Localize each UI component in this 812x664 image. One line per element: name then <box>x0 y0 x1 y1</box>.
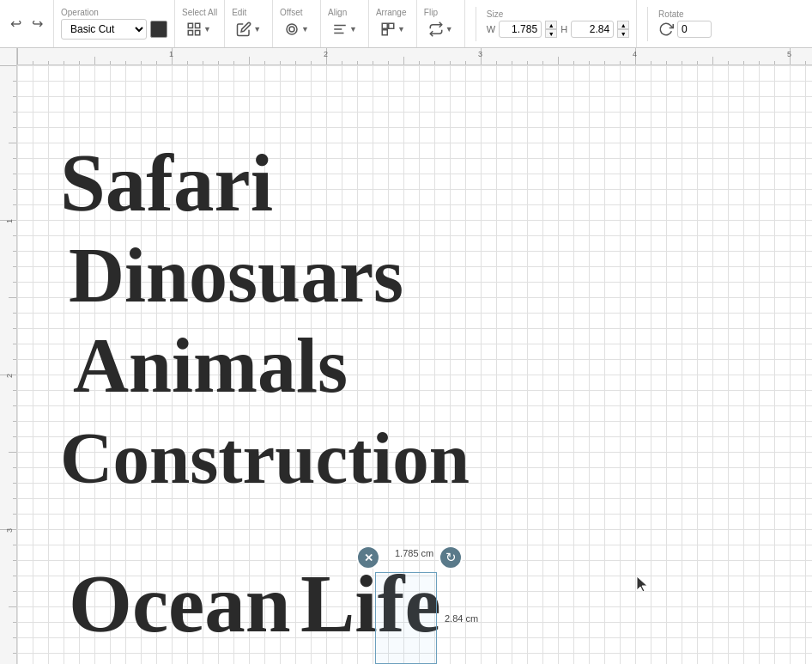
arrange-label: Arrange <box>376 8 407 17</box>
svg-rect-1 <box>196 23 200 27</box>
rotate-input[interactable] <box>677 21 712 38</box>
selection-width-label: 1.785 cm <box>395 548 433 558</box>
offset-button[interactable]: ▼ <box>280 19 313 40</box>
arrange-group: Arrange ▼ <box>376 0 417 47</box>
height-spinner[interactable]: ▲ ▼ <box>617 21 629 38</box>
offset-label: Offset <box>280 8 303 17</box>
rotate-handle-icon: ↻ <box>445 550 457 565</box>
svg-rect-0 <box>188 23 192 27</box>
width-down-button[interactable]: ▼ <box>545 29 557 38</box>
canvas-text-safari: Safari <box>60 143 273 224</box>
height-down-button[interactable]: ▼ <box>617 29 629 38</box>
ruler-top <box>0 48 812 65</box>
size-group: Size W ▲ ▼ H ▲ ▼ <box>487 0 637 47</box>
rotate-icon <box>658 21 674 37</box>
edit-group: Edit ▼ <box>232 0 273 47</box>
width-up-button[interactable]: ▲ <box>545 21 557 29</box>
edit-icon <box>236 21 251 37</box>
arrange-icon <box>380 21 396 37</box>
cursor-icon <box>635 575 649 594</box>
operation-label: Operation <box>61 8 99 17</box>
edit-label: Edit <box>232 8 246 17</box>
handle-close[interactable]: ✕ <box>356 545 380 570</box>
flip-label: Flip <box>424 8 438 17</box>
width-spinner[interactable]: ▲ ▼ <box>545 21 557 38</box>
select-all-button[interactable]: ▼ <box>182 19 215 40</box>
svg-rect-3 <box>196 31 200 35</box>
operation-select[interactable]: Basic Cut <box>61 19 147 40</box>
width-label: W <box>487 24 495 34</box>
svg-point-5 <box>289 27 294 32</box>
canvas-text-construction: Construction <box>60 422 470 495</box>
canvas-text-life: Life <box>300 563 441 645</box>
svg-rect-2 <box>188 31 192 35</box>
flip-icon <box>428 21 444 37</box>
svg-rect-9 <box>382 23 387 28</box>
select-all-icon <box>186 21 202 37</box>
divider2 <box>647 7 648 41</box>
height-label: H <box>561 24 567 34</box>
align-button[interactable]: ▼ <box>328 19 361 40</box>
align-group: Align ▼ <box>328 0 369 47</box>
undo-redo-group: ↩ ↪ <box>7 0 54 47</box>
arrange-button[interactable]: ▼ <box>376 19 409 40</box>
offset-icon <box>284 21 300 37</box>
selection-height-label: 2.84 cm <box>445 613 478 624</box>
ruler-left-canvas <box>0 65 17 664</box>
width-input[interactable] <box>499 21 542 38</box>
ruler-top-canvas <box>17 48 812 65</box>
svg-rect-10 <box>389 23 394 28</box>
svg-rect-11 <box>382 30 387 35</box>
select-all-label: Select All <box>182 8 217 17</box>
rotate-label: Rotate <box>658 9 683 19</box>
canvas-text-dinosaurs: Dinosuars <box>69 237 403 314</box>
svg-point-4 <box>287 24 297 34</box>
redo-button[interactable]: ↪ <box>28 12 46 35</box>
divider <box>476 7 476 41</box>
align-icon <box>332 21 348 37</box>
offset-group: Offset ▼ <box>280 0 321 47</box>
handle-rotate[interactable]: ↻ <box>439 545 463 570</box>
toolbar: ↩ ↪ Operation Basic Cut Select All ▼ <box>0 0 812 48</box>
flip-button[interactable]: ▼ <box>424 19 458 40</box>
close-icon: ✕ <box>364 551 373 564</box>
align-label: Align <box>328 8 347 17</box>
ruler-left <box>0 48 17 664</box>
canvas-text-ocean: Ocean <box>69 563 291 645</box>
undo-button[interactable]: ↩ <box>7 12 25 35</box>
selection-box <box>375 572 437 664</box>
height-up-button[interactable]: ▲ <box>617 21 629 29</box>
operation-group: Operation Basic Cut <box>61 0 175 47</box>
grid-canvas[interactable]: Safari Dinosuars Animals Construction Oc… <box>17 65 812 664</box>
size-label: Size <box>487 9 503 19</box>
canvas-text-animals: Animals <box>73 327 348 405</box>
select-all-group: Select All ▼ <box>182 0 225 47</box>
flip-group: Flip ▼ <box>424 0 465 47</box>
cursor-arrow <box>635 575 649 596</box>
canvas-area[interactable]: Safari Dinosuars Animals Construction Oc… <box>0 48 812 664</box>
rotate-group: Rotate <box>658 0 718 47</box>
height-input[interactable] <box>571 21 614 38</box>
color-swatch[interactable] <box>150 21 167 38</box>
edit-button[interactable]: ▼ <box>232 19 265 40</box>
